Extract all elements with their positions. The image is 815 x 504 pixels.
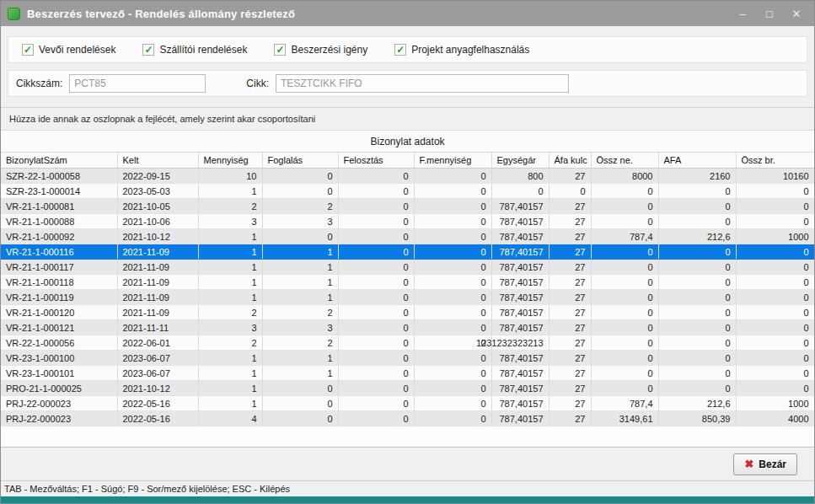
cell: 2021-11-09: [117, 290, 198, 305]
cell: 0: [262, 411, 338, 426]
maximize-icon[interactable]: □: [756, 3, 783, 24]
checkbox-check-icon[interactable]: ✓: [274, 44, 286, 56]
cell: 1: [262, 260, 338, 275]
column-header-11[interactable]: Össz br.: [736, 153, 814, 169]
table-row[interactable]: VR-21-1-0000922021-10-121000787,40157277…: [1, 229, 814, 244]
table-row[interactable]: VR-21-1-0001182021-11-091100787,40157270…: [1, 275, 814, 290]
cell: 0: [338, 320, 414, 335]
cikk-label: Cikk:: [246, 78, 269, 89]
band-title: Bizonylat adatok: [1, 131, 814, 153]
table-row[interactable]: VR-21-1-0001192021-11-091100787,40157270…: [1, 290, 814, 305]
cell: VR-21-1-000117: [1, 260, 117, 275]
column-header-9[interactable]: Össz ne.: [591, 153, 658, 169]
table-row[interactable]: SZR-22-1-0000582022-09-15100008002780002…: [1, 169, 814, 184]
bottom-accent-bar: [1, 496, 814, 503]
table-row[interactable]: VR-21-1-0001162021-11-091100787,40157270…: [1, 244, 814, 260]
cell: 1000: [736, 396, 814, 411]
table-row[interactable]: PRJ-22-0000232022-05-164000787,401572731…: [1, 411, 814, 426]
table-row[interactable]: VR-23-1-0001012023-06-071100787,40157270…: [1, 366, 814, 381]
table-row[interactable]: PRO-21-1-0000252021-10-121000787,4015727…: [1, 381, 814, 396]
table-row[interactable]: VR-22-1-0000562022-06-012200123123232321…: [1, 335, 814, 351]
cell: 0: [736, 199, 814, 214]
table-row[interactable]: SZR-23-1-0000142023-05-03100000000: [1, 184, 814, 199]
cikkszam-input[interactable]: [69, 74, 206, 93]
filter-checkbox-1[interactable]: ✓Vevői rendelések: [22, 44, 115, 56]
checkbox-check-icon[interactable]: ✓: [22, 44, 34, 56]
cell: 27: [549, 335, 591, 351]
cell: 0: [736, 335, 814, 351]
cell: 787,40157: [491, 366, 549, 381]
cell: 2023-06-07: [117, 351, 198, 366]
cell: 787,40157: [491, 244, 549, 260]
checkbox-check-icon[interactable]: ✓: [394, 44, 406, 56]
cell: 787,40157: [491, 214, 549, 229]
cell: 1: [198, 366, 262, 381]
table-row[interactable]: VR-23-1-0001002023-06-071100787,40157270…: [1, 351, 814, 366]
column-header-2[interactable]: Kelt: [117, 153, 198, 169]
app-icon: [8, 8, 20, 20]
cell: 0: [491, 184, 549, 199]
close-window-icon[interactable]: ✕: [783, 3, 810, 24]
cell: 0: [414, 199, 491, 214]
table-row[interactable]: VR-21-1-0000882021-10-063300787,40157270…: [1, 214, 814, 229]
status-text: TAB - Mezőváltás; F1 - Súgó; F9 - Sor/me…: [4, 484, 290, 494]
cell: 2160: [658, 169, 736, 184]
cell: 0: [591, 320, 658, 335]
group-by-drop-zone[interactable]: Húzza ide annak az oszlopnak a fejlécét,…: [1, 108, 814, 130]
cell: VR-21-1-000088: [1, 214, 117, 229]
column-header-3[interactable]: Mennyiség: [198, 153, 262, 169]
minimize-icon[interactable]: –: [729, 3, 756, 24]
filter-checkbox-4[interactable]: ✓Projekt anyagfelhasználás: [394, 44, 529, 56]
cell: 27: [549, 366, 591, 381]
cell: VR-23-1-000100: [1, 351, 117, 366]
column-header-5[interactable]: Felosztás: [338, 153, 414, 169]
cell: 0: [591, 199, 658, 214]
table-row[interactable]: VR-21-1-0001172021-11-091100787,40157270…: [1, 260, 814, 275]
cell: 2023-06-07: [117, 366, 198, 381]
filter-checkbox-3[interactable]: ✓Beszerzési igény: [274, 44, 367, 56]
table-row[interactable]: VR-21-1-0000812021-10-052200787,40157270…: [1, 199, 814, 214]
cell: 0: [591, 381, 658, 396]
cell: 1: [198, 244, 262, 260]
cell: 0: [338, 381, 414, 396]
cell: 0: [414, 229, 491, 244]
cell: 0: [658, 366, 736, 381]
table-row[interactable]: VR-21-1-0001212021-11-113300787,40157270…: [1, 320, 814, 335]
cell: 2022-05-16: [117, 411, 198, 426]
table-row[interactable]: PRJ-22-0000232022-05-161000787,401572778…: [1, 396, 814, 411]
cell: 0: [338, 169, 414, 184]
cell: 787,40157: [491, 199, 549, 214]
cell: 2021-10-12: [117, 229, 198, 244]
statusbar: TAB - Mezőváltás; F1 - Súgó; F9 - Sor/me…: [1, 480, 814, 496]
filter-label: Beszerzési igény: [291, 44, 367, 56]
cell: 0: [414, 320, 491, 335]
column-header-6[interactable]: F.mennyiség: [414, 153, 491, 169]
cell: 2: [262, 305, 338, 320]
cell: 787,40157: [491, 305, 549, 320]
column-header-10[interactable]: AFA: [658, 153, 736, 169]
cell: 4000: [736, 411, 814, 426]
cell: 0: [414, 366, 491, 381]
cell: 0: [591, 260, 658, 275]
cell: 3149,61: [591, 411, 658, 426]
checkbox-check-icon[interactable]: ✓: [142, 44, 154, 56]
column-header-1[interactable]: BizonylatSzám: [1, 153, 117, 169]
app-window: Beszerzés tervező - Rendelés állomány ré…: [0, 0, 815, 504]
cikk-input[interactable]: [276, 74, 569, 93]
bezar-button[interactable]: ✖ Bezár: [733, 453, 797, 475]
cell: VR-21-1-000119: [1, 290, 117, 305]
cell: 2: [198, 335, 262, 351]
cell: PRO-21-1-000025: [1, 381, 117, 396]
table-row[interactable]: VR-21-1-0001202021-11-092200787,40157270…: [1, 305, 814, 320]
cell: 1231232323213: [491, 335, 549, 351]
column-header-4[interactable]: Foglalás: [262, 153, 338, 169]
filter-checkbox-2[interactable]: ✓Szállítói rendelések: [142, 44, 247, 56]
cell: 0: [414, 169, 491, 184]
cell: 0: [414, 260, 491, 275]
cell: 787,4: [591, 396, 658, 411]
column-header-8[interactable]: Áfa kulc: [549, 153, 591, 169]
cell: 2021-11-09: [117, 275, 198, 290]
column-header-7[interactable]: Egységár: [491, 153, 549, 169]
cell: 0: [658, 305, 736, 320]
cell: 0: [262, 381, 338, 396]
